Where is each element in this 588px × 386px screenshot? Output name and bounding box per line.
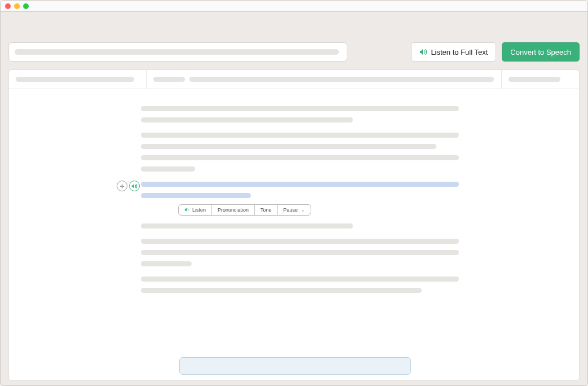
paragraph-4 [141,223,469,229]
titlebar [1,1,587,12]
add-before-button[interactable]: + [117,181,127,191]
app-window: Listen to Full Text Convert to Speech [0,0,588,386]
inline-pronunciation-button[interactable]: Pronunciation [212,205,255,215]
tab-3[interactable] [502,70,579,89]
paragraph-6 [141,277,469,293]
toolbar-actions: Listen to Full Text Convert to Speech [411,42,580,62]
convert-to-speech-button[interactable]: Convert to Speech [502,42,580,62]
selected-paragraph: + Listen [9,182,579,198]
plus-icon: + [120,182,124,190]
speaker-icon [419,49,427,55]
tab-row [9,70,579,89]
inline-tone-button[interactable]: Tone [255,205,278,215]
play-line-button[interactable] [129,181,140,191]
inline-listen-button[interactable]: Listen [179,205,212,215]
listen-full-text-button[interactable]: Listen to Full Text [411,42,496,62]
bottom-input[interactable] [179,357,411,375]
content-panel: + Listen [8,69,580,381]
inline-pronunciation-label: Pronunciation [218,207,249,213]
tab-1[interactable] [9,70,147,89]
inline-listen-label: Listen [192,207,206,213]
paragraph-5 [141,239,469,266]
speaker-icon [184,207,190,213]
inline-tone-label: Tone [260,207,272,213]
document-area: + Listen [9,89,579,293]
chevron-down-icon: ⌄ [301,208,305,213]
paragraph-1 [141,106,469,122]
inline-toolbar: Listen Pronunciation Tone Pause ⌄ [178,204,311,216]
paragraph-2 [141,133,469,172]
tab-2[interactable] [147,70,502,89]
close-window-button[interactable] [5,3,11,9]
convert-to-speech-label: Convert to Speech [510,48,571,56]
listen-full-text-label: Listen to Full Text [431,48,488,56]
speaker-icon [131,181,138,191]
search-input[interactable] [8,42,347,62]
search-placeholder-skeleton [15,49,339,55]
top-toolbar: Listen to Full Text Convert to Speech [1,12,587,69]
inline-pause-button[interactable]: Pause ⌄ [278,205,311,215]
minimize-window-button[interactable] [14,3,20,9]
inline-pause-label: Pause [284,207,298,213]
maximize-window-button[interactable] [23,3,29,9]
